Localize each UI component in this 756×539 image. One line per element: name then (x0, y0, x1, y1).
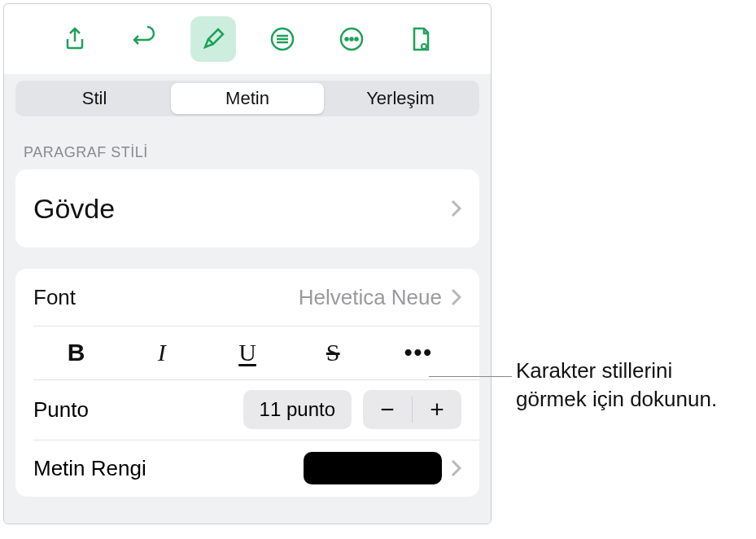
insert-button[interactable] (260, 16, 305, 62)
text-color-row[interactable]: Metin Rengi (15, 440, 479, 497)
text-color-swatch[interactable] (304, 452, 442, 484)
paragraph-style-card: Gövde (15, 169, 479, 248)
document-view-button[interactable] (398, 16, 444, 62)
text-color-label: Metin Rengi (33, 456, 304, 481)
chevron-right-icon (450, 458, 461, 478)
text-format-content: PARAGRAF STİLİ Gövde Font Helvetica Neue… (4, 125, 491, 524)
callout-leader-line (429, 376, 512, 377)
top-toolbar (4, 4, 491, 74)
size-value-button[interactable]: 11 punto (243, 390, 352, 429)
svg-point-4 (355, 38, 357, 41)
format-panel: Stil Metin Yerleşim PARAGRAF STİLİ Gövde… (3, 3, 492, 524)
font-row[interactable]: Font Helvetica Neue (15, 269, 479, 326)
chevron-right-icon (450, 199, 461, 218)
share-button[interactable] (52, 16, 98, 62)
paragraph-style-section-label: PARAGRAF STİLİ (15, 139, 479, 169)
bold-button[interactable]: B (33, 339, 119, 366)
tab-text[interactable]: Metin (171, 83, 324, 114)
font-size-row: Punto 11 punto − + (15, 379, 479, 440)
font-label: Font (33, 285, 299, 310)
font-value: Helvetica Neue (299, 285, 442, 310)
tab-layout[interactable]: Yerleşim (324, 83, 477, 114)
tab-bar-container: Stil Metin Yerleşim (4, 74, 491, 125)
size-increase-button[interactable]: + (413, 390, 461, 429)
italic-button[interactable]: I (119, 339, 204, 366)
size-stepper: − + (363, 390, 461, 429)
svg-point-6 (422, 45, 426, 48)
callout-text: Karakter stillerini görmek için dokunun. (516, 357, 744, 414)
paragraph-style-name: Gövde (33, 193, 442, 225)
character-style-row: B I U S ••• (15, 326, 479, 379)
strikethrough-button[interactable]: S (291, 339, 376, 366)
undo-button[interactable] (121, 16, 167, 62)
chevron-right-icon (450, 287, 461, 307)
svg-point-2 (345, 38, 347, 41)
svg-point-3 (350, 38, 352, 41)
format-tabs: Stil Metin Yerleşim (15, 81, 479, 116)
paragraph-style-row[interactable]: Gövde (15, 169, 479, 248)
font-card: Font Helvetica Neue B I U S ••• Punto 11… (15, 269, 479, 497)
format-brush-button[interactable] (190, 16, 236, 62)
more-button[interactable] (329, 16, 374, 62)
more-character-styles-button[interactable]: ••• (376, 340, 461, 366)
tab-style[interactable]: Stil (18, 83, 171, 114)
size-decrease-button[interactable]: − (363, 390, 412, 429)
underline-button[interactable]: U (204, 339, 290, 366)
size-label: Punto (33, 397, 232, 423)
